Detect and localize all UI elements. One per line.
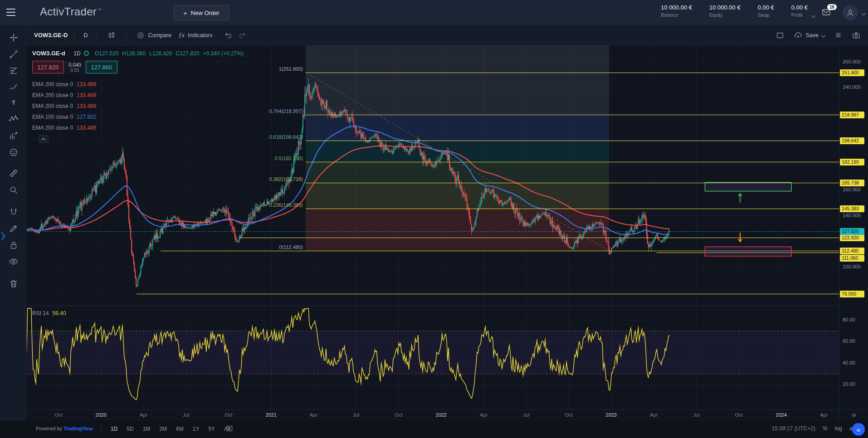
price-axis-label: 140.000 [843, 213, 861, 218]
lock-drawings-tool[interactable] [5, 238, 22, 252]
chevron-down-icon[interactable] [811, 14, 816, 18]
time-axis-label: Jul [693, 412, 699, 418]
new-order-label: New Order [191, 10, 219, 16]
top-bar: ActivTrader™ + New Order 10 000.00 € Bal… [0, 0, 868, 26]
hide-drawings-tool[interactable] [5, 255, 22, 268]
price-axis-label: 260.000 [843, 59, 861, 64]
collapse-panel-button[interactable]: « [852, 423, 865, 436]
buy-button[interactable]: 127.860 [86, 61, 117, 73]
fib-level-label: 0.764(218.997) [269, 108, 303, 114]
legend-collapse-button[interactable] [39, 135, 49, 143]
time-axis-label: Jul [183, 412, 189, 418]
stat-balance: 10 000.00 € Balance [661, 4, 692, 18]
axis-settings-corner[interactable] [839, 409, 868, 420]
measure-tool[interactable] [5, 166, 22, 180]
high-value: H128.360 [122, 50, 146, 57]
current-price-badge: 127.820 [840, 228, 864, 235]
magnet-tool[interactable] [5, 205, 22, 219]
range-1m[interactable]: 1M [140, 424, 153, 433]
time-axis[interactable]: Oct2020AprJulOct2021AprJulOct2022AprJulO… [27, 409, 868, 421]
range-6m[interactable]: 6M [173, 424, 186, 433]
time-axis-label: 2020 [96, 412, 107, 418]
legend-symbol-row[interactable]: VOW3.GE-d · 1D O127.520 H128.360 L126.42… [32, 50, 244, 57]
fib-level-label: 0.382(165.738) [269, 176, 303, 182]
interval-button[interactable]: D [81, 30, 90, 40]
price-level-badge: 111.060 [840, 255, 864, 262]
divider [126, 30, 127, 40]
range-3m[interactable]: 3M [156, 424, 170, 433]
indicator-row[interactable]: EMA 200 close 0133.489 [32, 122, 244, 133]
sell-button[interactable]: 127.820 [32, 61, 64, 73]
price-level-badge: 112.480 [840, 248, 864, 254]
crosshair-tool[interactable] [5, 31, 22, 44]
fib-level-label: 1(251.900) [279, 66, 303, 72]
mail-button[interactable]: 16 [821, 8, 832, 17]
indicator-row[interactable]: EMA 200 close 0133.489 [32, 101, 244, 112]
symbol-button[interactable]: VOW3.GE-D [34, 32, 68, 39]
draw-tool[interactable] [5, 222, 22, 235]
forecast-tool[interactable] [5, 129, 22, 142]
range-1y[interactable]: 1Y [190, 424, 202, 433]
indicator-row[interactable]: EMA 100 close 0127.802 [32, 112, 244, 122]
toolbar-right-group: Save [775, 31, 868, 40]
rsi-legend[interactable]: RSI 14 59.40 [32, 310, 66, 316]
log-scale-toggle[interactable]: log [835, 425, 842, 432]
layout-icon[interactable] [775, 31, 785, 40]
watchlist-expander-button[interactable] [0, 230, 7, 243]
trash-icon [9, 279, 19, 289]
trend-line-tool[interactable] [5, 48, 22, 61]
chevron-down-icon[interactable] [862, 11, 866, 16]
swap-label: Swap [758, 12, 774, 18]
magnet-icon [9, 207, 19, 217]
time-axis-label: 2024 [776, 412, 787, 418]
compare-button[interactable]: Compare [133, 29, 175, 41]
price-level-badge: 122.920 [840, 234, 864, 241]
indicator-label: EMA 200 close 0 [32, 92, 73, 98]
redo-icon[interactable] [238, 31, 247, 40]
undo-redo-group [224, 31, 247, 40]
chevron-down-icon [821, 33, 826, 38]
brush-tool[interactable] [5, 80, 22, 94]
go-to-date-button[interactable] [225, 424, 234, 433]
svg-text:T: T [12, 99, 15, 106]
time-axis-label: 2021 [266, 412, 277, 418]
profit-label: Profit [791, 12, 808, 18]
indicators-button[interactable]: ƒx Indicators [175, 30, 216, 41]
legend-separator: · [68, 50, 70, 57]
fib-retracement-tool[interactable] [5, 64, 22, 78]
zoom-tool[interactable] [5, 183, 22, 197]
indicator-row[interactable]: EMA 200 close 0133.489 [32, 90, 244, 101]
time-axis-label: Oct [224, 412, 232, 418]
plus-icon: + [183, 9, 187, 17]
user-avatar[interactable] [843, 5, 858, 20]
chart-style-button[interactable] [103, 29, 120, 42]
time-axis-label: 2023 [606, 412, 617, 418]
menu-icon[interactable] [6, 9, 16, 17]
new-order-button[interactable]: + New Order [174, 5, 229, 20]
range-5d[interactable]: 5D [124, 424, 136, 433]
pattern-tool[interactable] [5, 112, 22, 126]
emoji-tool[interactable] [5, 146, 22, 159]
range-5y[interactable]: 5Y [205, 424, 218, 433]
gear-icon[interactable] [834, 31, 843, 39]
range-1d[interactable]: 1D [108, 424, 120, 433]
forecast-icon [9, 131, 19, 141]
price-level-badge: 218.997 [840, 112, 864, 118]
fx-icon: ƒx [179, 32, 185, 39]
indicator-row[interactable]: EMA 200 close 0133.489 [32, 79, 244, 90]
close-value: C127.820 [176, 50, 199, 57]
price-level-badge: 251.900 [840, 69, 864, 76]
drawing-toolbar: T [0, 25, 27, 420]
divider [74, 30, 74, 40]
spread-display: 0.040 0.01 [64, 61, 86, 73]
percent-scale-toggle[interactable]: % [823, 425, 828, 432]
remove-drawings-tool[interactable] [5, 277, 22, 291]
camera-icon[interactable] [852, 31, 861, 40]
rsi-axis-label: 20.00 [843, 381, 855, 387]
price-level-badge: 182.190 [840, 159, 864, 165]
text-tool[interactable]: T [5, 96, 22, 110]
save-button[interactable]: Save [794, 31, 825, 40]
undo-icon[interactable] [224, 31, 233, 40]
tradingview-link[interactable]: TradingView [63, 426, 93, 431]
price-axis[interactable]: 260.000240.000160.000140.000100.00080.00… [839, 45, 868, 409]
